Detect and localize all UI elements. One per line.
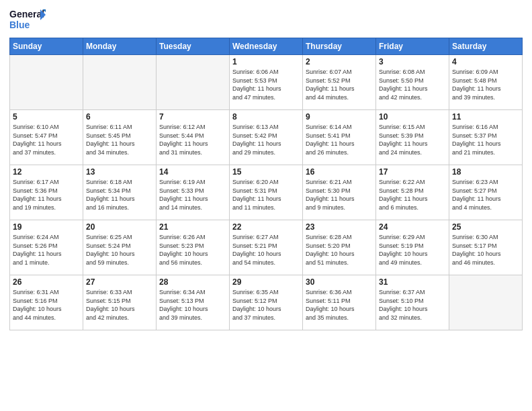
calendar-cell: 8Sunrise: 6:13 AM Sunset: 5:42 PM Daylig… [230, 110, 303, 165]
calendar-week-row: 1Sunrise: 6:06 AM Sunset: 5:53 PM Daylig… [10, 55, 523, 110]
calendar-cell: 17Sunrise: 6:22 AM Sunset: 5:28 PM Dayli… [376, 165, 449, 220]
day-info: Sunrise: 6:30 AM Sunset: 5:17 PM Dayligh… [452, 233, 519, 267]
day-info: Sunrise: 6:31 AM Sunset: 5:16 PM Dayligh… [13, 288, 80, 322]
day-number: 28 [159, 277, 226, 287]
calendar-cell [157, 55, 230, 110]
day-info: Sunrise: 6:28 AM Sunset: 5:20 PM Dayligh… [306, 233, 373, 267]
day-info: Sunrise: 6:18 AM Sunset: 5:34 PM Dayligh… [86, 178, 153, 212]
calendar-cell: 29Sunrise: 6:35 AM Sunset: 5:12 PM Dayli… [230, 275, 303, 330]
header: General Blue [9, 7, 523, 32]
day-number: 11 [452, 112, 519, 122]
day-info: Sunrise: 6:36 AM Sunset: 5:11 PM Dayligh… [306, 288, 373, 322]
day-number: 26 [13, 277, 80, 287]
day-number: 24 [379, 222, 446, 232]
day-info: Sunrise: 6:15 AM Sunset: 5:39 PM Dayligh… [379, 123, 446, 156]
calendar-cell: 27Sunrise: 6:33 AM Sunset: 5:15 PM Dayli… [83, 275, 157, 330]
day-number: 3 [379, 57, 446, 66]
day-info: Sunrise: 6:23 AM Sunset: 5:27 PM Dayligh… [452, 178, 519, 212]
day-info: Sunrise: 6:06 AM Sunset: 5:53 PM Dayligh… [232, 68, 300, 101]
day-info: Sunrise: 6:27 AM Sunset: 5:21 PM Dayligh… [232, 233, 300, 267]
day-info: Sunrise: 6:19 AM Sunset: 5:33 PM Dayligh… [159, 178, 226, 212]
day-info: Sunrise: 6:22 AM Sunset: 5:28 PM Dayligh… [379, 178, 446, 212]
calendar-cell [449, 275, 523, 330]
weekday-header-monday: Monday [83, 38, 157, 55]
svg-text:General: General [9, 9, 44, 19]
day-number: 13 [86, 167, 153, 177]
day-number: 5 [13, 112, 80, 122]
day-number: 1 [232, 57, 300, 66]
calendar-cell: 24Sunrise: 6:29 AM Sunset: 5:19 PM Dayli… [376, 220, 449, 275]
day-number: 18 [452, 167, 519, 177]
calendar-cell [83, 55, 157, 110]
calendar-cell: 21Sunrise: 6:26 AM Sunset: 5:23 PM Dayli… [157, 220, 230, 275]
calendar-cell: 20Sunrise: 6:25 AM Sunset: 5:24 PM Dayli… [83, 220, 157, 275]
day-number: 16 [306, 167, 373, 177]
calendar-cell: 15Sunrise: 6:20 AM Sunset: 5:31 PM Dayli… [230, 165, 303, 220]
day-info: Sunrise: 6:26 AM Sunset: 5:23 PM Dayligh… [159, 233, 226, 267]
day-info: Sunrise: 6:24 AM Sunset: 5:26 PM Dayligh… [13, 233, 80, 267]
day-info: Sunrise: 6:14 AM Sunset: 5:41 PM Dayligh… [306, 123, 373, 156]
calendar-week-row: 26Sunrise: 6:31 AM Sunset: 5:16 PM Dayli… [10, 275, 523, 330]
day-number: 20 [86, 222, 153, 232]
day-info: Sunrise: 6:13 AM Sunset: 5:42 PM Dayligh… [232, 123, 300, 156]
day-number: 31 [379, 277, 446, 287]
day-number: 17 [379, 167, 446, 177]
day-number: 2 [306, 57, 373, 66]
calendar-cell: 26Sunrise: 6:31 AM Sunset: 5:16 PM Dayli… [10, 275, 83, 330]
day-number: 21 [159, 222, 226, 232]
day-number: 10 [379, 112, 446, 122]
day-number: 25 [452, 222, 519, 232]
calendar-cell: 14Sunrise: 6:19 AM Sunset: 5:33 PM Dayli… [157, 165, 230, 220]
weekday-header-friday: Friday [376, 38, 449, 55]
day-info: Sunrise: 6:12 AM Sunset: 5:44 PM Dayligh… [159, 123, 226, 156]
page: General Blue SundayMondayTuesdayWednesda… [0, 0, 532, 411]
day-info: Sunrise: 6:09 AM Sunset: 5:48 PM Dayligh… [452, 68, 519, 101]
weekday-header-tuesday: Tuesday [157, 38, 230, 55]
day-info: Sunrise: 6:34 AM Sunset: 5:13 PM Dayligh… [159, 288, 226, 322]
calendar-cell: 4Sunrise: 6:09 AM Sunset: 5:48 PM Daylig… [449, 55, 523, 110]
weekday-header-row: SundayMondayTuesdayWednesdayThursdayFrid… [10, 38, 523, 55]
calendar: SundayMondayTuesdayWednesdayThursdayFrid… [9, 38, 523, 330]
calendar-cell: 12Sunrise: 6:17 AM Sunset: 5:36 PM Dayli… [10, 165, 83, 220]
day-info: Sunrise: 6:25 AM Sunset: 5:24 PM Dayligh… [86, 233, 153, 267]
calendar-cell: 10Sunrise: 6:15 AM Sunset: 5:39 PM Dayli… [376, 110, 449, 165]
calendar-cell: 25Sunrise: 6:30 AM Sunset: 5:17 PM Dayli… [449, 220, 523, 275]
day-number: 15 [232, 167, 300, 177]
svg-text:Blue: Blue [9, 19, 30, 30]
calendar-cell: 9Sunrise: 6:14 AM Sunset: 5:41 PM Daylig… [303, 110, 376, 165]
day-number: 29 [232, 277, 300, 287]
calendar-cell: 23Sunrise: 6:28 AM Sunset: 5:20 PM Dayli… [303, 220, 376, 275]
day-info: Sunrise: 6:37 AM Sunset: 5:10 PM Dayligh… [379, 288, 446, 322]
calendar-cell: 3Sunrise: 6:08 AM Sunset: 5:50 PM Daylig… [376, 55, 449, 110]
calendar-cell: 22Sunrise: 6:27 AM Sunset: 5:21 PM Dayli… [230, 220, 303, 275]
day-info: Sunrise: 6:20 AM Sunset: 5:31 PM Dayligh… [232, 178, 300, 212]
day-number: 14 [159, 167, 226, 177]
day-info: Sunrise: 6:21 AM Sunset: 5:30 PM Dayligh… [306, 178, 373, 212]
weekday-header-sunday: Sunday [10, 38, 83, 55]
weekday-header-thursday: Thursday [303, 38, 376, 55]
calendar-cell: 11Sunrise: 6:16 AM Sunset: 5:37 PM Dayli… [449, 110, 523, 165]
day-info: Sunrise: 6:17 AM Sunset: 5:36 PM Dayligh… [13, 178, 80, 212]
calendar-cell: 5Sunrise: 6:10 AM Sunset: 5:47 PM Daylig… [10, 110, 83, 165]
day-number: 4 [452, 57, 519, 66]
calendar-cell: 1Sunrise: 6:06 AM Sunset: 5:53 PM Daylig… [230, 55, 303, 110]
day-info: Sunrise: 6:33 AM Sunset: 5:15 PM Dayligh… [86, 288, 153, 322]
day-info: Sunrise: 6:16 AM Sunset: 5:37 PM Dayligh… [452, 123, 519, 156]
calendar-cell: 16Sunrise: 6:21 AM Sunset: 5:30 PM Dayli… [303, 165, 376, 220]
calendar-week-row: 19Sunrise: 6:24 AM Sunset: 5:26 PM Dayli… [10, 220, 523, 275]
day-number: 12 [13, 167, 80, 177]
day-number: 7 [159, 112, 226, 122]
logo-svg: General Blue [9, 7, 46, 32]
day-number: 6 [86, 112, 153, 122]
day-info: Sunrise: 6:10 AM Sunset: 5:47 PM Dayligh… [13, 123, 80, 156]
weekday-header-saturday: Saturday [449, 38, 523, 55]
calendar-week-row: 12Sunrise: 6:17 AM Sunset: 5:36 PM Dayli… [10, 165, 523, 220]
calendar-cell: 7Sunrise: 6:12 AM Sunset: 5:44 PM Daylig… [157, 110, 230, 165]
day-number: 9 [306, 112, 373, 122]
calendar-cell: 31Sunrise: 6:37 AM Sunset: 5:10 PM Dayli… [376, 275, 449, 330]
day-number: 23 [306, 222, 373, 232]
calendar-cell: 30Sunrise: 6:36 AM Sunset: 5:11 PM Dayli… [303, 275, 376, 330]
day-number: 22 [232, 222, 300, 232]
calendar-week-row: 5Sunrise: 6:10 AM Sunset: 5:47 PM Daylig… [10, 110, 523, 165]
day-info: Sunrise: 6:35 AM Sunset: 5:12 PM Dayligh… [232, 288, 300, 322]
